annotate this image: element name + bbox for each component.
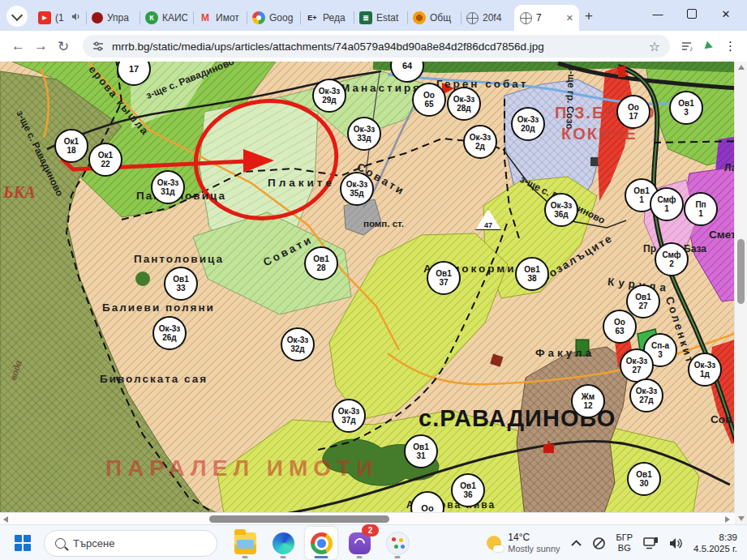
browser-tab-Общ[interactable]: Общ xyxy=(407,5,461,31)
clock-widget[interactable]: 8:39 4.5.2025 г. xyxy=(693,532,737,555)
zone-marker-Оо-65: Оо65 xyxy=(412,83,446,117)
system-tray: 14°C Mostly sunny БГР BG 8:39 xyxy=(487,532,747,555)
maps-favicon xyxy=(252,11,265,24)
language-bottom: BG xyxy=(618,543,631,554)
viber-taskbar-button[interactable]: 2 xyxy=(343,527,376,559)
tab-title: Реда xyxy=(323,12,348,24)
tab-close-icon[interactable]: ✕ xyxy=(566,13,573,24)
bookmark-star-icon[interactable]: ☆ xyxy=(649,39,660,54)
browser-tab-7[interactable]: 7✕ xyxy=(514,5,579,31)
scroll-up-icon[interactable] xyxy=(738,65,745,70)
scroll-right-icon[interactable] xyxy=(725,516,730,523)
tab-title: 7 xyxy=(536,12,562,24)
close-button[interactable]: ✕ xyxy=(719,7,732,20)
zone-marker-Пп-1: Пп1 xyxy=(684,192,718,226)
extension-arrow-icon[interactable] xyxy=(705,41,715,51)
zone-marker-Ок-3з-20д: Ок-3з20д xyxy=(511,107,545,141)
flower-favicon xyxy=(413,11,426,24)
paint-taskbar-button[interactable] xyxy=(381,527,414,559)
start-button[interactable] xyxy=(15,535,31,551)
weather-temp: 14°C xyxy=(508,532,560,544)
language-top: БГР xyxy=(616,532,633,543)
zone-marker-Ов1-33: Ов133 xyxy=(164,267,198,301)
browser-tab-Упра[interactable]: Упра xyxy=(86,5,140,31)
map-label: ЬКА xyxy=(3,183,36,202)
media-controls-icon[interactable]: ♪ xyxy=(681,41,694,52)
zone-marker-Ок-3з-32д: Ок-3з32д xyxy=(281,327,315,361)
zone-marker-Ов1-37: Ов137 xyxy=(427,261,461,295)
browser-tab-Goog[interactable]: Goog xyxy=(247,5,300,31)
address-bar[interactable]: mrrb.bg/static/media/ups/articles/attach… xyxy=(83,35,670,58)
globe-favicon xyxy=(520,12,532,24)
weather-widget[interactable]: 14°C Mostly sunny xyxy=(487,532,560,554)
map-viewport: 1764Ок-3з29дОо65Ок-3з28дОв13Оо17Ок-3з20д… xyxy=(0,62,747,524)
volume-icon[interactable] xyxy=(669,537,683,549)
network-icon[interactable] xyxy=(643,537,659,549)
zone-marker-Оо-63: Оо63 xyxy=(603,310,637,344)
running-indicator xyxy=(357,556,363,558)
zone-marker-Смф-1: Смф1 xyxy=(650,187,684,221)
minimize-button[interactable]: — xyxy=(651,7,664,20)
zone-marker-Ок-3з-37д: Ок-3з37д xyxy=(332,399,366,433)
map-label: ПАРАЛЕЛ ИМОТИ xyxy=(105,455,378,481)
tab-strip: (1УпраКАИСИмотGoogРедаEstatОбщ20f47✕ + —… xyxy=(0,0,747,31)
edge-icon xyxy=(273,532,294,554)
tab-title: Упра xyxy=(107,12,134,24)
zone-marker-Ов1-30: Ов130 xyxy=(627,462,661,496)
zone-marker-Ов1-31: Ов131 xyxy=(404,434,438,468)
edge-taskbar-button[interactable] xyxy=(267,527,299,559)
running-indicator xyxy=(243,556,248,558)
horizontal-scroll-thumb[interactable] xyxy=(209,515,389,523)
sheet-favicon xyxy=(359,11,372,24)
browser-tab-Estat[interactable]: Estat xyxy=(354,5,407,31)
toolbar-right: ♪ ⋮ xyxy=(681,39,736,53)
map-label: Манастиря xyxy=(341,82,422,94)
horizontal-scrollbar[interactable] xyxy=(0,512,735,524)
map-label: Факула xyxy=(535,347,595,359)
browser-tab-КАИС[interactable]: КАИС xyxy=(140,5,193,31)
window-controls: — ✕ xyxy=(651,0,742,28)
map-label: Пантоловица xyxy=(134,253,224,265)
browser-tab-(1[interactable]: (1 xyxy=(32,5,86,31)
zone-marker-Ок-3з-26д: Ок-3з26д xyxy=(152,316,187,350)
new-tab-button[interactable]: + xyxy=(579,6,599,26)
map-label: КОКИЧЕ xyxy=(561,125,638,143)
zone-marker-Ок-3з-35д: Ок-3з35д xyxy=(340,172,374,206)
browser-tab-20f4[interactable]: 20f4 xyxy=(461,5,514,31)
tab-title: КАИС xyxy=(162,12,187,24)
browser-tab-Реда[interactable]: Реда xyxy=(300,5,354,31)
tab-search-button[interactable] xyxy=(6,6,28,27)
zone-marker-Ов1-38: Ов138 xyxy=(515,257,549,291)
tab-audio-icon[interactable] xyxy=(71,12,80,24)
vertical-scrollbar[interactable] xyxy=(734,62,747,524)
tab-title: Goog xyxy=(269,12,294,24)
monument-icon xyxy=(618,66,625,77)
weather-sun-icon xyxy=(487,536,501,550)
forward-button[interactable]: → xyxy=(29,35,52,58)
weather-desc: Mostly sunny xyxy=(508,544,560,554)
zone-marker-Оо-17: Оо17 xyxy=(616,95,650,129)
map-label: Балиеви поляни xyxy=(102,301,215,314)
reload-button[interactable]: ↻ xyxy=(52,35,75,58)
explorer-taskbar-button[interactable] xyxy=(229,527,261,559)
taskbar-search[interactable]: Търсене xyxy=(44,530,217,557)
svg-text:♪: ♪ xyxy=(689,45,693,52)
scroll-down-icon[interactable] xyxy=(738,516,745,521)
site-info-icon[interactable] xyxy=(92,41,104,52)
back-button[interactable]: ← xyxy=(6,35,29,58)
youtube-favicon xyxy=(38,11,51,24)
language-indicator[interactable]: БГР BG xyxy=(616,532,633,554)
globe-favicon xyxy=(466,12,479,24)
scroll-left-icon[interactable] xyxy=(3,516,8,523)
chrome-taskbar-button[interactable] xyxy=(305,527,337,559)
menu-kebab-icon[interactable]: ⋮ xyxy=(724,39,736,53)
do-not-disturb-icon[interactable] xyxy=(592,536,606,550)
tray-chevron-up-icon[interactable] xyxy=(571,540,582,546)
zone-marker-Ок-3з-33д: Ок-3з33д xyxy=(347,117,381,151)
tab-title: (1 xyxy=(55,12,67,24)
maximize-button[interactable] xyxy=(685,7,698,20)
zone-marker-Смф-2: Смф2 xyxy=(655,242,689,276)
notification-badge: 2 xyxy=(362,524,379,536)
vertical-scroll-thumb[interactable] xyxy=(737,239,745,304)
browser-tab-Имот[interactable]: Имот xyxy=(193,5,247,31)
